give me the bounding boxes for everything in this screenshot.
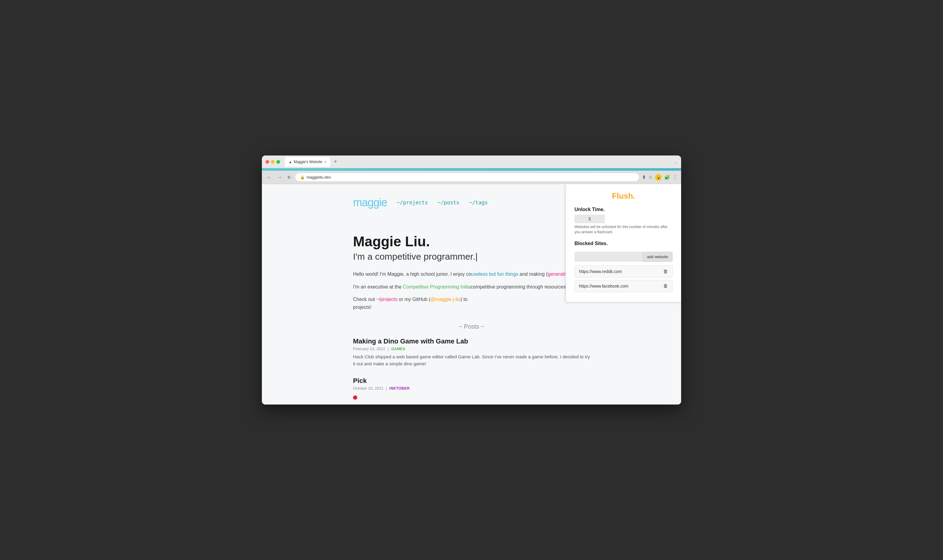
- maximize-button[interactable]: [276, 160, 280, 164]
- post-tag-inktober[interactable]: INKTOBER: [390, 386, 410, 391]
- unlock-time-description: Websites will be unlocked for this numbe…: [575, 225, 673, 235]
- hero-section: Maggie Liu. I'm a competitive programmer…: [353, 233, 590, 311]
- hero-tagline: I'm a competitive programmer.|: [353, 251, 590, 262]
- hero-github: Check out ~/projects or my GitHub (@magg…: [353, 295, 590, 311]
- tab-site-icon: ▲: [289, 160, 292, 164]
- bio-link-cpi[interactable]: Competitive Programming Initia: [403, 284, 471, 289]
- hero-name: Maggie Liu.: [353, 233, 590, 250]
- window-controls-right: ⌄: [674, 160, 678, 164]
- more-menu-icon[interactable]: ⋮: [673, 174, 678, 180]
- delete-facebook-button[interactable]: 🗑: [663, 283, 668, 289]
- site-nav: maggie ~/projects ~/posts ~/tags: [353, 196, 590, 209]
- active-tab[interactable]: ▲ Maggie's Website ×: [285, 157, 330, 167]
- post-tag-games[interactable]: GAMES: [391, 347, 405, 351]
- user-avatar[interactable]: 😮: [655, 174, 662, 181]
- browser-content: maggie ~/projects ~/posts ~/tags Maggie …: [262, 184, 681, 405]
- add-website-row: add website: [575, 252, 673, 262]
- github-middle: or my GitHub (: [398, 297, 430, 302]
- post-excerpt-dino: Hack Club shipped a web based game edito…: [353, 354, 590, 367]
- blocked-sites-header: Blocked Sites.: [575, 241, 673, 249]
- tab-bar: ▲ Maggie's Website × +: [285, 157, 672, 167]
- blocked-sites-label: Blocked Sites.: [575, 241, 608, 246]
- post-separator-dino: |: [388, 346, 388, 351]
- post-separator-pick: |: [386, 386, 387, 391]
- post-title-pick: Pick: [353, 377, 590, 385]
- posts-header: ~ Posts ~: [353, 323, 590, 330]
- intro-link-generative[interactable]: generativ: [548, 271, 568, 277]
- github-line2: projects!: [353, 305, 371, 310]
- post-dot-pick: [353, 395, 357, 400]
- github-handle-link[interactable]: @maggie-j-liu: [430, 297, 461, 302]
- blocked-site-reddit: https://www.reddit.com 🗑: [575, 265, 673, 278]
- refresh-button[interactable]: ↻: [286, 174, 292, 181]
- github-before: Check out: [353, 297, 376, 302]
- intro-link-useless[interactable]: useless but fun things: [471, 271, 518, 277]
- post-date-dino: February 13, 2022: [353, 346, 385, 351]
- lock-icon: 🔒: [300, 175, 305, 180]
- github-projects-link[interactable]: ~/projects: [376, 297, 398, 302]
- title-bar: ▲ Maggie's Website × + ⌄: [262, 155, 681, 168]
- unlock-time-row: [575, 215, 673, 223]
- intro-text-before: Hello world! I'm Maggie, a high school j…: [353, 271, 471, 277]
- flush-popup-title: Flush.: [575, 191, 673, 201]
- add-website-input[interactable]: [575, 252, 643, 262]
- bio-before: I'm an executive at the: [353, 284, 403, 289]
- unlock-time-input[interactable]: [575, 215, 605, 223]
- share-icon[interactable]: ⬆: [642, 174, 646, 180]
- back-button[interactable]: ←: [265, 174, 273, 181]
- url-text[interactable]: maggieliu.dev: [307, 175, 331, 180]
- github-end: ) to: [461, 297, 468, 302]
- address-bar: ← → ↻ 🔒 maggieliu.dev ⬆ ☆ 😮 🧩 ⋮: [262, 171, 681, 184]
- hero-bio: I'm an executive at the Competitive Prog…: [353, 283, 590, 291]
- posts-section: ~ Posts ~ Making a Dino Game with Game L…: [353, 323, 590, 401]
- tab-close-button[interactable]: ×: [324, 160, 327, 164]
- unlock-time-label: Unlock Time.: [575, 207, 673, 212]
- post-date-pick: October 10, 2021: [353, 386, 384, 391]
- site-logo: maggie: [353, 196, 387, 209]
- browser-window: ▲ Maggie's Website × + ⌄ ← → ↻ 🔒 maggiel…: [262, 155, 681, 405]
- post-title-dino: Making a Dino Game with Game Lab: [353, 337, 590, 345]
- bookmark-icon[interactable]: ☆: [648, 174, 653, 180]
- url-bar[interactable]: 🔒 maggieliu.dev: [295, 173, 639, 181]
- post-item-pick: Pick October 10, 2021 | INKTOBER: [353, 377, 590, 401]
- flush-popup: Flush. Unlock Time. Websites will be unl…: [565, 184, 681, 302]
- page-content: maggie ~/projects ~/posts ~/tags Maggie …: [262, 184, 681, 405]
- blocked-site-url-facebook: https://www.facebook.com: [579, 284, 629, 289]
- extensions-icon[interactable]: 🧩: [664, 174, 670, 180]
- close-button[interactable]: [265, 160, 269, 164]
- post-meta-pick: October 10, 2021 | INKTOBER: [353, 386, 590, 391]
- nav-link-posts[interactable]: ~/posts: [438, 200, 459, 206]
- hero-intro: Hello world! I'm Maggie, a high school j…: [353, 270, 590, 278]
- chevron-down-icon[interactable]: ⌄: [674, 160, 678, 164]
- traffic-lights: [265, 160, 280, 164]
- avatar-emoji: 😮: [656, 175, 661, 180]
- forward-button[interactable]: →: [276, 174, 283, 181]
- minimize-button[interactable]: [271, 160, 275, 164]
- address-bar-actions: ⬆ ☆ 😮 🧩 ⋮: [642, 174, 678, 181]
- post-meta-dino: February 13, 2022 | GAMES: [353, 346, 590, 351]
- new-tab-button[interactable]: +: [331, 157, 340, 166]
- add-website-button[interactable]: add website: [643, 252, 673, 262]
- tab-title: Maggie's Website: [294, 160, 322, 164]
- nav-link-projects[interactable]: ~/projects: [397, 200, 428, 206]
- delete-reddit-button[interactable]: 🗑: [663, 269, 668, 274]
- blocked-site-facebook: https://www.facebook.com 🗑: [575, 280, 673, 292]
- post-item-dino: Making a Dino Game with Game Lab Februar…: [353, 337, 590, 367]
- intro-text-after: and making (: [518, 271, 548, 277]
- teal-accent-bar: [262, 168, 681, 171]
- nav-link-tags[interactable]: ~/tags: [469, 200, 488, 206]
- blocked-site-url-reddit: https://www.reddit.com: [579, 269, 622, 274]
